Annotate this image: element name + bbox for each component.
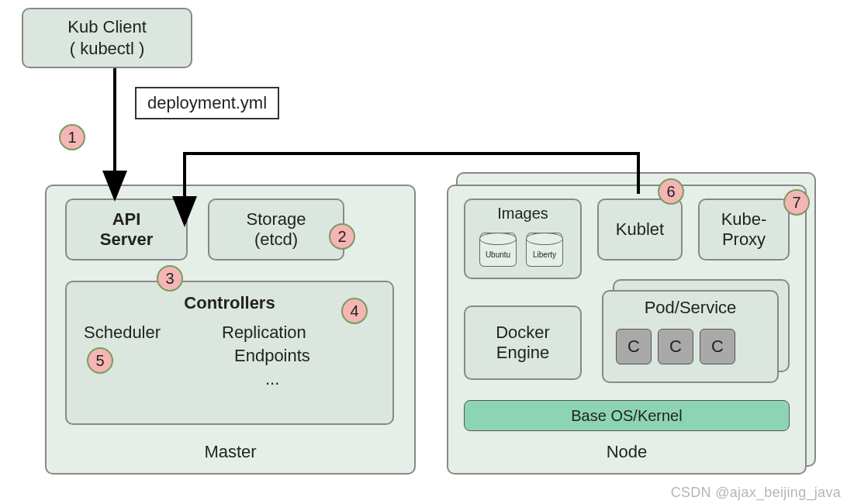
kubeproxy-line1: Kube- — [721, 209, 767, 230]
watermark: CSDN @ajax_beijing_java — [671, 485, 841, 501]
docker-box: Docker Engine — [464, 306, 582, 380]
storage-line1: Storage — [246, 209, 306, 230]
docker-line2: Engine — [496, 343, 550, 363]
badge-2: 2 — [329, 223, 355, 250]
badge-1: 1 — [59, 124, 85, 150]
badge-4: 4 — [341, 298, 368, 324]
badge-6: 6 — [658, 178, 684, 205]
kubeproxy-line2: Proxy — [722, 230, 766, 250]
pod-box: Pod/Service C C C — [602, 290, 779, 383]
endpoints-label: Endpoints — [234, 346, 310, 366]
baseos-box: Base OS/Kernel — [464, 400, 790, 431]
container-c-2: C — [658, 329, 693, 364]
api-server-box: API Server — [65, 198, 188, 261]
images-box: Images Ubuntu Liberty — [464, 198, 582, 279]
master-title: Master — [45, 442, 416, 462]
node-title: Node — [447, 442, 807, 462]
image-cylinder-liberty: Liberty — [526, 233, 563, 267]
docker-line1: Docker — [496, 323, 550, 343]
client-box: Kub Client ( kubectl ) — [22, 8, 192, 68]
images-title: Images — [465, 205, 580, 223]
api-server-line2: Server — [100, 230, 154, 250]
api-server-line1: API — [112, 209, 141, 230]
container-c-3: C — [700, 329, 735, 364]
container-c-1: C — [616, 329, 652, 364]
controllers-more-label: ... — [265, 369, 279, 389]
pod-title: Pod/Service — [603, 298, 777, 318]
kubeproxy-box: Kube- Proxy — [698, 198, 790, 261]
badge-5: 5 — [87, 347, 113, 374]
badge-7: 7 — [783, 189, 810, 216]
client-line2: ( kubectl ) — [23, 39, 191, 59]
image-cylinder-ubuntu: Ubuntu — [479, 233, 517, 267]
kublet-box: Kublet — [597, 198, 683, 261]
storage-line2: (etcd) — [254, 230, 298, 250]
pod-containers-row: C C C — [613, 329, 738, 364]
scheduler-label: Scheduler — [84, 323, 161, 343]
deployment-file-label: deployment.yml — [135, 87, 279, 119]
badge-3: 3 — [157, 265, 183, 292]
replication-label: Replication — [222, 323, 306, 343]
client-line1: Kub Client — [23, 17, 191, 37]
storage-box: Storage (etcd) — [208, 198, 344, 261]
